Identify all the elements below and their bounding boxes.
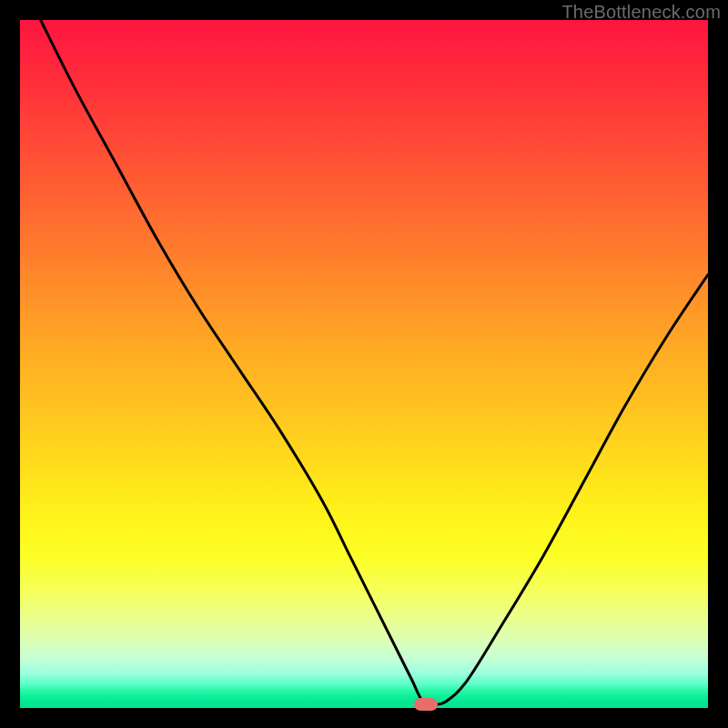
watermark-text: TheBottleneck.com [561, 2, 721, 23]
plot-area [20, 20, 708, 708]
chart-frame: TheBottleneck.com [0, 0, 728, 728]
curve-svg [20, 20, 708, 708]
optimum-marker [414, 698, 438, 711]
bottleneck-curve [41, 20, 708, 704]
